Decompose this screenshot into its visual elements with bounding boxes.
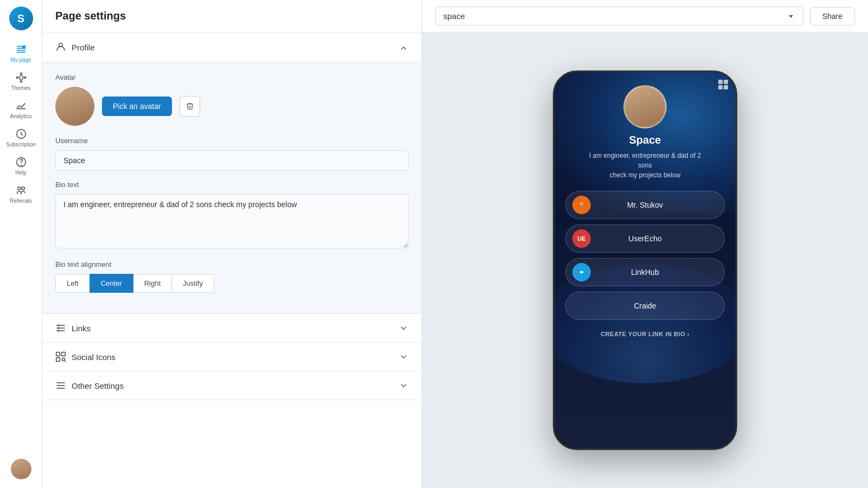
align-justify-button[interactable]: Justify (171, 274, 214, 293)
username-field: Username (55, 137, 409, 171)
phone-link-userecho[interactable]: UE UserEcho (565, 224, 725, 253)
app-logo[interactable]: S (9, 7, 33, 30)
other-settings-chevron-icon (399, 381, 409, 390)
sidebar-label-subscription: Subscription (6, 142, 36, 147)
svg-rect-25 (56, 352, 60, 356)
bio-label: Bio text (55, 181, 409, 189)
svg-point-35 (580, 202, 584, 206)
phone-bio: I am engineer, entrepreneur & dad of 2 s… (585, 151, 705, 180)
sidebar-label-referrals: Referrals (10, 198, 32, 204)
phone-username: Space (629, 134, 661, 146)
svg-rect-4 (22, 46, 25, 49)
phone-link-label-0: Mr. Stukov (627, 201, 663, 209)
profile-collapse-icon[interactable] (399, 41, 409, 53)
social-icons-collapse-header[interactable]: Social Icons (42, 343, 422, 371)
left-content: Profile Avatar Pick an avatar (42, 33, 422, 488)
linkhub-icon (572, 263, 591, 281)
social-icons-header-left: Social Icons (55, 351, 116, 362)
links-icon (55, 323, 66, 333)
phone-link-craide[interactable]: Craide (565, 292, 725, 320)
space-selector[interactable]: space (435, 7, 803, 25)
other-settings-collapse-header[interactable]: Other Settings (42, 371, 422, 400)
linkhub-img (576, 266, 588, 278)
links-section-label: Links (72, 324, 91, 333)
social-icons-section-label: Social Icons (72, 352, 116, 362)
other-settings-section-label: Other Settings (72, 381, 124, 390)
preview-header: space Share (422, 0, 868, 33)
svg-point-7 (20, 81, 22, 82)
svg-point-28 (62, 358, 65, 361)
mr-stukov-img (576, 200, 587, 210)
svg-point-16 (17, 187, 21, 190)
bio-textarea[interactable]: I am engineer, entrepreneur & dad of 2 s… (55, 194, 409, 248)
sidebar-item-subscription[interactable]: Subscription (0, 124, 42, 152)
svg-point-17 (21, 187, 24, 190)
sidebar-item-referrals[interactable]: Referrals (0, 180, 42, 208)
delete-avatar-button[interactable] (180, 96, 200, 117)
phone-link-label-3: Craide (634, 301, 656, 310)
svg-point-15 (21, 165, 21, 165)
social-icons-chevron-icon (399, 352, 409, 362)
avatar-row: Pick an avatar (55, 87, 409, 126)
sidebar-item-help[interactable]: Help (0, 152, 42, 180)
pick-avatar-button[interactable]: Pick an avatar (102, 97, 172, 116)
phone-content: Space I am engineer, entrepreneur & dad … (554, 72, 736, 348)
sidebar: S My page Themes Analytics Subscription (0, 0, 42, 488)
page-title: Page settings (42, 0, 422, 33)
svg-marker-33 (789, 15, 793, 18)
sidebar-item-my-page[interactable]: My page (0, 39, 42, 67)
avatar-label: Avatar (55, 73, 409, 81)
links-collapse-header[interactable]: Links (42, 314, 422, 342)
links-chevron-icon (399, 323, 409, 333)
align-center-button[interactable]: Center (90, 274, 133, 293)
phone-screen: Space I am engineer, entrepreneur & dad … (554, 72, 736, 448)
links-header-left: Links (55, 323, 91, 333)
svg-point-24 (58, 330, 59, 331)
svg-point-22 (58, 324, 59, 326)
avatar-preview (55, 87, 94, 126)
phone-cta[interactable]: CREATE YOUR LINK IN BIO › (601, 331, 690, 337)
phone-link-label-2: LinkHub (631, 268, 659, 277)
align-right-button[interactable]: Right (133, 274, 172, 293)
username-label: Username (55, 137, 409, 145)
sidebar-label-help: Help (15, 170, 27, 176)
svg-line-29 (65, 361, 66, 362)
trash-icon (186, 102, 194, 111)
left-panel: Page settings Profile Avatar (42, 0, 422, 488)
phone-mockup: Space I am engineer, entrepreneur & dad … (553, 70, 737, 450)
svg-point-23 (58, 327, 59, 329)
userecho-icon: UE (572, 229, 591, 248)
username-input[interactable] (55, 150, 409, 171)
alignment-label: Bio text alignment (55, 260, 409, 268)
avatar-field: Avatar Pick an avatar (55, 73, 409, 126)
phone-link-mr-stukov[interactable]: Mr. Stukov (565, 191, 725, 219)
sidebar-label-analytics: Analytics (10, 113, 31, 119)
svg-line-13 (21, 134, 23, 136)
preview-panel: space Share Space I am engi (422, 0, 868, 488)
profile-section-header[interactable]: Profile (42, 33, 422, 62)
user-avatar[interactable] (11, 459, 31, 479)
social-icons-section: Social Icons (42, 343, 422, 371)
other-settings-icon (55, 380, 66, 391)
sidebar-item-analytics[interactable]: Analytics (0, 95, 42, 124)
alignment-field: Bio text alignment Left Center Right Jus… (55, 260, 409, 293)
links-section: Links (42, 314, 422, 343)
other-settings-header-left: Other Settings (55, 380, 124, 391)
svg-point-5 (19, 75, 23, 79)
svg-rect-27 (56, 358, 60, 362)
phone-container: Space I am engineer, entrepreneur & dad … (422, 33, 868, 488)
sidebar-label-themes: Themes (11, 85, 30, 91)
profile-section-label: Profile (72, 43, 95, 52)
svg-point-9 (24, 77, 25, 79)
align-left-button[interactable]: Left (55, 274, 90, 293)
phone-link-linkhub[interactable]: LinkHub (565, 258, 725, 286)
space-selector-value: space (443, 11, 465, 21)
phone-link-label-1: UserEcho (628, 234, 661, 243)
bio-field: Bio text I am engineer, entrepreneur & d… (55, 181, 409, 251)
sidebar-item-themes[interactable]: Themes (0, 67, 42, 95)
svg-point-6 (20, 73, 22, 74)
svg-point-8 (16, 77, 18, 79)
svg-rect-26 (62, 352, 66, 356)
share-button[interactable]: Share (810, 7, 855, 25)
other-settings-section: Other Settings (42, 371, 422, 400)
